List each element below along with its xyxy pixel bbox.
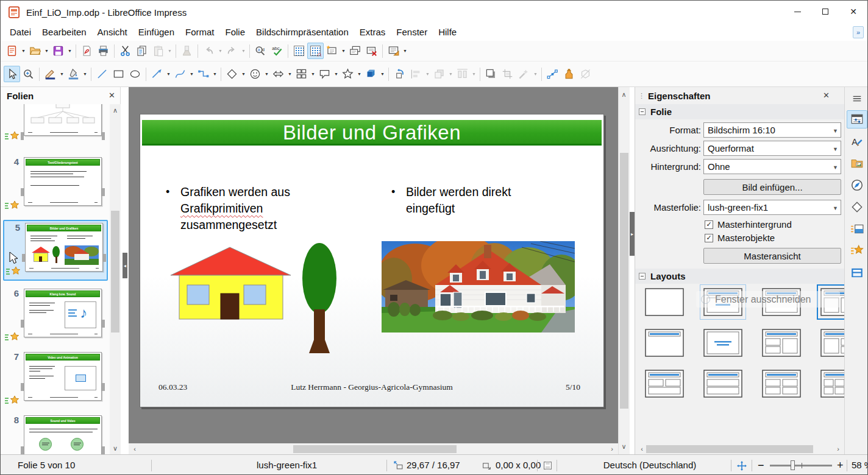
filter-button[interactable] [516,66,532,82]
zoom-in-icon[interactable]: + [837,455,844,475]
undo-dropdown[interactable]: ▼ [217,43,224,59]
paste-button[interactable] [150,43,166,59]
flowchart-button[interactable] [293,66,310,82]
collapse-section-icon[interactable] [639,108,646,115]
layout-blank[interactable] [645,288,684,316]
main-hscrollbar-thumb[interactable] [293,445,457,453]
menu-bildschirmpraesentation[interactable]: Bildschirmpräsentation [251,24,354,41]
layout-four-content[interactable] [762,370,801,398]
stars-dropdown[interactable]: ▼ [356,66,363,82]
layout-content-over-content[interactable] [703,370,742,398]
callouts-dropdown[interactable]: ▼ [333,66,340,82]
lines-and-arrows-dropdown[interactable]: ▼ [165,66,172,82]
section-folie[interactable]: Folie [635,104,844,119]
minimize-button[interactable] [783,2,811,21]
deck-scroll-left-icon[interactable]: ‹ [638,443,646,454]
arrange-dropdown[interactable]: ▼ [447,66,454,82]
layout-six-content[interactable] [820,370,844,398]
redo-dropdown[interactable]: ▼ [240,43,247,59]
stars-button[interactable] [340,66,356,82]
slide-layout-button[interactable] [385,43,402,59]
undo-button[interactable] [201,43,217,59]
shadow-button[interactable] [483,66,499,82]
tab-slide-transition[interactable] [847,220,867,238]
collapse-sidebar-handle[interactable]: ▸ [630,212,635,256]
zoom-out-icon[interactable]: − [758,455,764,475]
menu-fenster[interactable]: Fenster [391,24,433,41]
export-pdf-button[interactable] [79,43,95,59]
bullet-left[interactable]: Grafiken werden aus Grafikprimitiven zus… [180,184,327,233]
zoom-slider-thumb[interactable] [791,460,795,470]
maximize-button[interactable] [811,2,839,21]
slides-scroll-down-icon[interactable]: ∨ [110,443,121,453]
slide-title[interactable]: Bilder und Grafiken [142,120,602,146]
document-modified-icon[interactable] [543,461,552,470]
properties-close-icon[interactable]: ✕ [823,91,830,100]
layout-two-content-over-content[interactable] [645,370,684,398]
insert-image-button[interactable]: Bild einfügen... [703,179,841,195]
collapse-slides-panel-handle[interactable]: ◂ [123,253,127,278]
background-select[interactable]: Ohne▼ [703,159,841,174]
delete-slide-button[interactable] [363,43,380,59]
main-scroll-down-icon[interactable]: ∨ [618,442,630,451]
format-select[interactable]: Bildschirm 16:10▼ [703,122,841,138]
new-slide-dropdown[interactable]: ▼ [340,43,347,59]
curves-polygons-button[interactable] [172,66,188,82]
connectors-dropdown[interactable]: ▼ [212,66,218,82]
slide-thumbnail-8[interactable]: 8 Sound und Video [3,413,108,454]
zoom-button[interactable] [20,66,37,82]
basic-shapes-button[interactable] [224,66,240,82]
ellipse-button[interactable] [127,66,143,82]
tab-styles[interactable]: A [847,132,867,150]
new-document-button[interactable] [4,43,20,59]
align-dropdown[interactable]: ▼ [424,66,431,82]
lines-and-arrows-button[interactable] [149,66,165,82]
3d-objects-button[interactable] [363,66,379,82]
collapse-section-icon[interactable] [639,273,646,280]
redo-button[interactable] [224,43,240,59]
master-slide-select[interactable]: lush-green-fix1▼ [703,200,841,215]
slide-thumbnail-3[interactable] [3,104,108,153]
new-slide-button[interactable] [324,43,340,59]
menu-extras[interactable]: Extras [354,24,391,41]
print-button[interactable] [95,43,112,59]
layout-two-content-left-content-right[interactable] [762,329,801,357]
select-button[interactable] [4,66,20,82]
duplicate-slide-button[interactable] [347,43,363,59]
slides-scroll-up-icon[interactable]: ∧ [110,105,121,115]
slide-thumbnail-7[interactable]: 7 Video und Animation [3,350,108,409]
connectors-button[interactable] [195,66,212,82]
arrange-button[interactable] [431,66,447,82]
tab-shapes[interactable] [847,198,867,216]
tab-animation[interactable] [847,242,867,260]
slide-thumbnail-6[interactable]: 6 Klang bzw. Sound ♪ [3,287,108,345]
tab-navigator[interactable] [847,176,867,194]
line-color-button[interactable] [42,66,59,82]
3d-objects-dropdown[interactable]: ▼ [379,66,386,82]
menu-ansicht[interactable]: Ansicht [92,24,133,41]
distribute-button[interactable] [454,66,471,82]
layout-content-left-two-content-right[interactable] [820,329,844,357]
status-master-name[interactable]: lush-green-fix1 [257,455,317,475]
master-view-button[interactable]: Masteransicht [703,248,841,264]
slide-layout-dropdown[interactable]: ▼ [402,43,408,59]
gluepoints-button[interactable] [561,66,577,82]
menu-folie[interactable]: Folie [220,24,251,41]
save-dropdown[interactable]: ▼ [66,43,73,59]
deck-hscrollbar-thumb[interactable] [646,445,813,453]
main-scroll-right-icon[interactable]: › [607,443,617,454]
slides-panel-close-icon[interactable]: ✕ [108,91,115,100]
rotate-button[interactable] [391,66,408,82]
slides-scrollbar-thumb[interactable] [111,211,119,332]
menu-einfuegen[interactable]: Einfügen [133,24,180,41]
new-document-dropdown[interactable]: ▼ [20,43,27,59]
flowchart-dropdown[interactable]: ▼ [310,66,316,82]
cut-button[interactable] [117,43,133,59]
curves-polygons-dropdown[interactable]: ▼ [188,66,195,82]
symbol-shapes-button[interactable] [247,66,263,82]
main-scroll-left-icon[interactable]: ‹ [130,443,140,454]
slide-thumbnail-5-selected[interactable]: 5 Bilder und Grafiken [3,220,108,281]
orientation-select[interactable]: Querformat▼ [703,141,841,156]
main-vscrollbar-thumb[interactable] [620,153,628,409]
tab-properties[interactable] [847,110,867,128]
